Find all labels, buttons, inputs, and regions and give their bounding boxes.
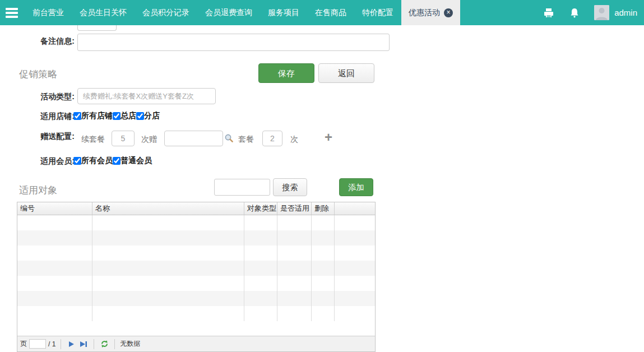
promo-strategy-title: 促销策略 — [19, 68, 57, 81]
checkbox-all-stores-label: 所有店铺 — [81, 111, 113, 121]
back-button[interactable]: 返回 — [318, 63, 374, 83]
gift-renew-text: 续套餐 — [81, 135, 105, 145]
checkbox-head-store-label: 总店 — [121, 111, 136, 121]
tab-promo-activity[interactable]: 优惠活动 — [401, 0, 460, 25]
table-cell — [92, 306, 244, 321]
table-cell — [244, 246, 277, 261]
checkbox-all-members[interactable] — [73, 157, 81, 165]
bell-icon[interactable] — [562, 7, 587, 18]
gift-package-input[interactable] — [164, 131, 223, 146]
table-cell — [277, 215, 312, 230]
table-row[interactable] — [17, 215, 375, 230]
checkbox-branch-store-label: 分店 — [144, 111, 160, 121]
add-gift-row-icon[interactable] — [325, 131, 332, 144]
table-cell — [244, 230, 277, 246]
checkbox-branch-store[interactable] — [136, 112, 144, 120]
table-cell — [244, 306, 277, 321]
pager-refresh-icon[interactable] — [99, 339, 109, 350]
nav-item-service-items[interactable]: 服务项目 — [260, 0, 307, 25]
grid-header-delete[interactable]: 删除 — [312, 202, 335, 215]
nav-item-front-desk[interactable]: 前台营业 — [25, 0, 72, 25]
top-navbar: 前台营业 会员生日关怀 会员积分记录 会员退费查询 服务项目 在售商品 特价配置… — [0, 0, 644, 25]
grid-header-empty — [335, 202, 375, 215]
pager-separator — [61, 339, 61, 349]
grid-pager: 页 / 1 无数据 — [17, 336, 375, 351]
table-cell — [335, 230, 375, 246]
tab-close-icon[interactable] — [444, 8, 453, 17]
table-cell — [312, 230, 335, 246]
table-cell — [244, 291, 277, 306]
grid-header-row: 编号 名称 对象类型 是否适用 删除 — [17, 202, 375, 215]
table-cell — [277, 306, 312, 321]
table-cell — [244, 261, 277, 276]
grid-header-object-type[interactable]: 对象类型 — [244, 202, 277, 215]
table-cell — [92, 261, 244, 276]
search-magnifier-icon[interactable] — [224, 133, 234, 143]
table-cell — [335, 261, 375, 276]
pager-next-icon[interactable] — [66, 339, 76, 350]
checkbox-head-store[interactable] — [113, 112, 121, 120]
gift-renew-times-input[interactable] — [112, 131, 135, 146]
gift-unit-text: 次 — [290, 135, 298, 145]
username-label[interactable]: admin — [614, 8, 637, 17]
table-cell — [312, 276, 335, 291]
search-button[interactable]: 搜索 — [273, 178, 307, 196]
printer-icon[interactable] — [536, 7, 562, 18]
table-cell — [277, 276, 312, 291]
table-cell — [277, 261, 312, 276]
table-cell — [335, 215, 375, 230]
table-row[interactable] — [17, 230, 375, 246]
table-row[interactable] — [17, 291, 375, 306]
nav-item-birthday-care[interactable]: 会员生日关怀 — [72, 0, 135, 25]
grid-header-id[interactable]: 编号 — [17, 202, 92, 215]
nav-item-refund-query[interactable]: 会员退费查询 — [197, 0, 260, 25]
table-cell — [335, 291, 375, 306]
pager-total-label: / 1 — [48, 340, 55, 348]
menu-icon[interactable] — [0, 0, 25, 25]
checkbox-all-stores[interactable] — [73, 112, 81, 120]
nav-item-goods-on-sale[interactable]: 在售商品 — [307, 0, 354, 25]
stores-checkbox-group: 所有店铺 总店 分店 — [73, 110, 160, 122]
table-row[interactable] — [17, 276, 375, 291]
table-row[interactable] — [17, 306, 375, 321]
checkbox-all-members-label: 所有会员 — [81, 156, 113, 166]
table-cell — [17, 276, 92, 291]
table-cell — [312, 215, 335, 230]
table-cell — [17, 291, 92, 306]
pager-separator — [114, 339, 115, 349]
tab-label: 优惠活动 — [409, 8, 440, 18]
table-row[interactable] — [17, 246, 375, 261]
table-cell — [312, 306, 335, 321]
table-cell — [92, 230, 244, 246]
table-row[interactable] — [17, 261, 375, 276]
table-cell — [17, 246, 92, 261]
table-cell — [244, 215, 277, 230]
avatar[interactable] — [594, 5, 609, 20]
pager-page-input[interactable] — [29, 339, 46, 349]
table-cell — [17, 230, 92, 246]
clipped-input-above[interactable] — [77, 25, 117, 31]
gift-config-label: 赠送配置: — [17, 132, 75, 142]
save-button[interactable]: 保存 — [258, 63, 314, 83]
members-label: 适用会员: — [17, 156, 75, 166]
pager-status-text: 无数据 — [120, 339, 140, 349]
table-cell — [17, 261, 92, 276]
nav-item-points-record[interactable]: 会员积分记录 — [135, 0, 197, 25]
checkbox-normal-members[interactable] — [113, 157, 121, 165]
target-search-input[interactable] — [214, 179, 270, 196]
activity-type-select[interactable]: 续费赠礼:续套餐X次赠送Y套餐Z次 — [77, 88, 216, 104]
add-button[interactable]: 添加 — [339, 178, 373, 196]
targets-grid: 编号 名称 对象类型 是否适用 删除 页 / 1 无数据 — [17, 202, 376, 352]
members-checkbox-group: 所有会员 普通会员 — [73, 155, 152, 166]
table-cell — [312, 261, 335, 276]
grid-header-name[interactable]: 名称 — [92, 202, 244, 215]
pager-last-icon[interactable] — [78, 339, 89, 350]
nav-item-special-price[interactable]: 特价配置 — [354, 0, 401, 25]
grid-header-applicable[interactable]: 是否适用 — [277, 202, 312, 215]
remark-label: 备注信息: — [17, 36, 75, 47]
table-cell — [244, 276, 277, 291]
gift-package-times-input[interactable] — [262, 131, 282, 146]
remark-input[interactable] — [77, 34, 390, 51]
stores-label: 适用店铺: — [17, 112, 75, 122]
table-cell — [335, 246, 375, 261]
